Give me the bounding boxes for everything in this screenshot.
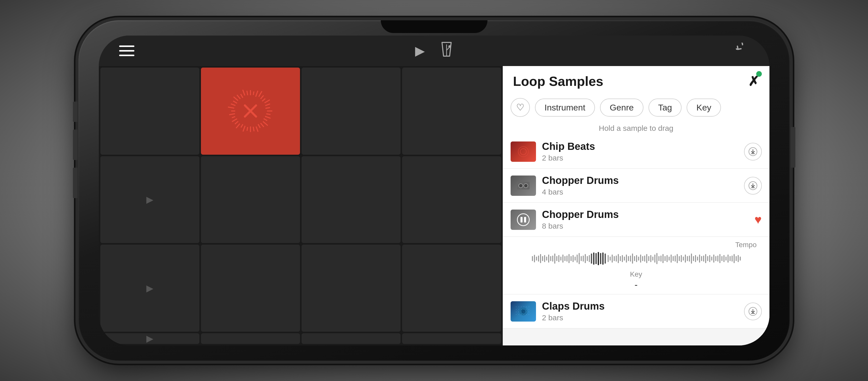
sample-item-claps-drums[interactable]: Claps Drums 2 bars	[503, 294, 769, 328]
genre-filter-button[interactable]: Genre	[600, 99, 644, 117]
svg-rect-84	[595, 253, 597, 264]
svg-rect-85	[598, 252, 599, 265]
grid-cell-16[interactable]	[402, 333, 501, 344]
grid-cell-10[interactable]	[201, 245, 300, 332]
svg-rect-56	[538, 256, 539, 262]
svg-line-6	[255, 91, 258, 97]
svg-rect-68	[562, 255, 563, 263]
svg-rect-53	[532, 256, 533, 261]
svg-line-18	[260, 123, 264, 127]
close-check-badge	[756, 71, 762, 77]
svg-rect-82	[591, 253, 592, 264]
menu-button[interactable]	[119, 45, 134, 56]
tempo-slider[interactable]	[510, 251, 762, 266]
sample-bars-chip-beats: 2 bars	[542, 154, 744, 162]
grid-cell-9[interactable]: ▶	[100, 245, 199, 332]
grid-cell-11[interactable]	[302, 245, 401, 332]
svg-rect-146	[723, 255, 724, 262]
volume-up-button[interactable]	[73, 130, 78, 160]
grid-cell-6[interactable]	[201, 156, 300, 243]
volume-down-button[interactable]	[73, 168, 78, 198]
svg-line-20	[256, 126, 258, 132]
svg-line-7	[258, 91, 262, 97]
svg-rect-147	[725, 257, 726, 261]
loop-samples-panel: Loop Samples ✗ ♡ Instrument Genre Tag Ke…	[503, 66, 769, 345]
grid-cell-2[interactable]	[201, 68, 300, 155]
grid-cell-12[interactable]	[402, 245, 501, 332]
volume-mute-button[interactable]	[73, 102, 78, 122]
favorite-icon-filled[interactable]: ♥	[754, 213, 762, 226]
svg-rect-145	[721, 256, 722, 261]
undo-button[interactable]	[736, 43, 749, 59]
close-button[interactable]: ✗	[748, 74, 759, 89]
svg-line-16	[264, 119, 267, 121]
svg-rect-70	[566, 256, 567, 262]
sample-thumbnail-chopper1	[510, 176, 536, 196]
grid-cell-13[interactable]: ▶	[100, 333, 199, 344]
svg-rect-109	[648, 256, 649, 261]
grid-cell-7[interactable]	[302, 156, 401, 243]
cell-play-icon-9: ▶	[146, 283, 153, 294]
grid-cell-15[interactable]	[302, 333, 401, 344]
svg-rect-72	[570, 256, 571, 261]
svg-rect-135	[701, 256, 702, 261]
grid-cell-4[interactable]	[402, 68, 501, 155]
key-value: -	[510, 279, 762, 290]
download-chip-beats-button[interactable]	[744, 143, 762, 161]
grid-cell-8[interactable]	[402, 156, 501, 243]
sample-thumbnail-claps	[510, 301, 536, 322]
svg-line-24	[243, 126, 245, 132]
download-chopper-drums-4-button[interactable]	[744, 177, 762, 195]
svg-rect-152	[736, 256, 737, 261]
instrument-filter-button[interactable]: Instrument	[535, 99, 595, 117]
grid-cell-1[interactable]	[100, 68, 199, 155]
svg-rect-90	[610, 257, 611, 261]
svg-rect-86	[600, 253, 601, 264]
svg-rect-93	[616, 256, 617, 262]
app-header: ▶	[99, 36, 769, 66]
sample-name-chopper-drums-4: Chopper Drums	[542, 175, 744, 186]
sample-item-chopper-drums-4[interactable]: Chopper Drums 4 bars	[503, 169, 769, 203]
svg-line-12	[266, 108, 270, 108]
svg-rect-54	[534, 255, 535, 262]
key-filter-button[interactable]: Key	[687, 99, 721, 117]
svg-line-21	[253, 127, 254, 131]
beat-grid: ▶ ▶ ▶	[99, 66, 503, 345]
pause-icon	[517, 213, 530, 226]
svg-rect-92	[614, 256, 615, 261]
svg-point-42	[518, 147, 528, 157]
svg-rect-141	[713, 255, 714, 263]
svg-rect-79	[585, 254, 586, 263]
favorites-filter-button[interactable]: ♡	[510, 98, 530, 117]
svg-rect-91	[612, 255, 613, 263]
sample-bars-claps-drums: 2 bars	[542, 313, 744, 322]
metronome-button[interactable]	[440, 41, 453, 60]
svg-line-14	[266, 114, 271, 115]
svg-rect-112	[654, 255, 655, 263]
grid-cell-3[interactable]	[302, 68, 401, 155]
svg-rect-151	[734, 254, 735, 263]
grid-cell-14[interactable]	[201, 333, 300, 344]
tag-filter-button[interactable]: Tag	[649, 99, 682, 117]
svg-rect-123	[677, 254, 678, 263]
sample-name-chopper-drums-8: Chopper Drums	[542, 209, 755, 220]
download-claps-drums-button[interactable]	[744, 303, 762, 320]
svg-rect-140	[711, 257, 712, 261]
svg-rect-133	[697, 257, 698, 261]
svg-rect-137	[705, 254, 706, 263]
svg-rect-57	[540, 254, 541, 263]
sample-item-chopper-drums-8[interactable]: Chopper Drums 8 bars ♥	[503, 203, 769, 237]
svg-rect-120	[671, 255, 672, 263]
svg-line-30	[229, 114, 235, 115]
sample-info-chopper-drums-8: Chopper Drums 8 bars	[542, 209, 755, 230]
svg-rect-157	[516, 306, 531, 316]
grid-cell-5[interactable]: ▶	[100, 156, 199, 243]
svg-rect-138	[707, 256, 708, 261]
sample-item-chip-beats[interactable]: Chip Beats 2 bars	[503, 135, 769, 169]
play-button[interactable]: ▶	[415, 43, 425, 58]
svg-rect-71	[568, 254, 569, 263]
svg-rect-66	[558, 255, 559, 262]
power-button[interactable]	[791, 127, 795, 168]
svg-line-33	[231, 104, 235, 105]
svg-rect-106	[642, 256, 643, 261]
